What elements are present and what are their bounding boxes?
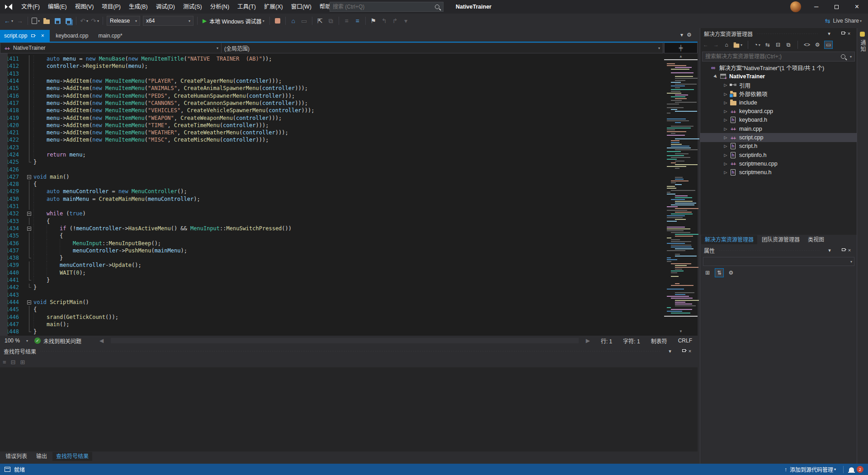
fold-margin[interactable] <box>25 247 33 254</box>
fold-margin[interactable] <box>25 107 33 114</box>
fold-margin[interactable] <box>25 313 33 320</box>
tabs-indicator[interactable]: 制表符 <box>646 337 673 345</box>
tree-item--NativeTrainer-1-1-[interactable]: ∞解决方案"NativeTrainer"(1 个项目/共 1 个) <box>700 63 857 72</box>
fold-margin[interactable] <box>25 151 33 158</box>
minimize-button[interactable]: ─ <box>806 0 826 14</box>
tree-item-include[interactable]: ▷include <box>700 98 857 107</box>
notifications-bell-icon[interactable] <box>860 32 865 37</box>
close-tab-icon[interactable]: × <box>39 33 46 39</box>
notifications-bell-icon[interactable] <box>849 467 854 472</box>
scroll-up-icon[interactable]: ▲ <box>664 54 698 58</box>
save-all-button[interactable] <box>63 15 73 26</box>
fold-margin[interactable] <box>25 114 33 121</box>
window-position-dropdown-icon[interactable]: ▾ <box>826 247 834 253</box>
fold-margin[interactable] <box>25 239 33 247</box>
tree-item-keyboard.h[interactable]: ▷hkeyboard.h <box>700 116 857 124</box>
undo-button[interactable]: ↶▾ <box>79 15 89 26</box>
close-panel-icon[interactable]: × <box>845 31 853 36</box>
bottom-tab-输出[interactable]: 输出 <box>33 452 51 461</box>
menu-item-7[interactable]: 分析(N) <box>206 0 233 14</box>
tree-item-NativeTrainer[interactable]: ▶NativeTrainer <box>700 72 857 81</box>
expander-collapsed-icon[interactable]: ▷ <box>722 127 729 131</box>
se-view-code-icon[interactable]: <> <box>803 41 811 49</box>
expand-results-icon[interactable]: ⊞ <box>20 359 25 366</box>
zoom-level-combobox[interactable]: 100 % <box>0 337 25 344</box>
fold-margin[interactable] <box>25 129 33 136</box>
expander-collapsed-icon[interactable]: ▷ <box>722 118 729 122</box>
group-results-icon[interactable]: ≡ <box>3 359 6 366</box>
editor-split-grip[interactable]: ╪ <box>664 43 698 53</box>
fold-margin[interactable] <box>25 291 33 299</box>
se-switch-views-icon[interactable]: ▾ <box>733 41 742 49</box>
tree-item-script.cpp[interactable]: ▷++script.cpp <box>700 133 857 142</box>
solution-explorer-header[interactable]: 解决方案资源管理器 ▾ × <box>700 28 857 39</box>
menu-item-2[interactable]: 视图(V) <box>71 0 98 14</box>
se-collapse-all-icon[interactable]: ⊟ <box>774 41 782 49</box>
bookmark-prev-button[interactable]: ↰ <box>379 15 389 26</box>
find-symbol-results-header[interactable]: 查找符号结果 ▾ × <box>0 346 698 356</box>
panel-tab-类视图[interactable]: 类视图 <box>804 235 828 244</box>
fold-margin[interactable] <box>25 173 33 180</box>
document-tab-maincpp[interactable]: main.cpp* <box>94 30 126 42</box>
expander-collapsed-icon[interactable]: ▷ <box>722 100 729 105</box>
line-ending-indicator[interactable]: CRLF <box>673 337 698 344</box>
fold-margin[interactable] <box>25 122 33 129</box>
solution-explorer-search-box[interactable]: ▾ <box>702 52 855 62</box>
document-health-icon[interactable]: ✓ <box>34 337 41 344</box>
fold-margin[interactable] <box>25 62 33 70</box>
navigate-back-button[interactable]: ←▾ <box>3 15 14 26</box>
fold-margin[interactable] <box>25 100 33 107</box>
find-symbol-results-list[interactable] <box>0 367 698 451</box>
copy-tool-button[interactable]: ⧉ <box>326 15 336 26</box>
fold-margin[interactable] <box>25 276 33 284</box>
fold-margin[interactable] <box>25 232 33 239</box>
se-home-icon[interactable]: ⌂ <box>723 41 730 49</box>
menu-item-9[interactable]: 扩展(X) <box>260 0 287 14</box>
fold-margin[interactable] <box>25 299 33 306</box>
properties-header[interactable]: 属性 ▾ × <box>700 245 857 256</box>
document-tab-keyboardcpp[interactable]: keyboard.cpp <box>52 30 92 42</box>
fold-margin[interactable] <box>25 136 33 143</box>
intellitrace-home-button[interactable]: ⌂ <box>288 15 298 26</box>
tree-item--[interactable]: ▷外部依赖项 <box>700 90 857 98</box>
add-to-source-control-button[interactable]: ↑ 添加到源代码管理 ▾ <box>780 464 840 475</box>
expander-collapsed-icon[interactable]: ▷ <box>722 144 729 148</box>
se-back-icon[interactable]: ← <box>702 41 709 49</box>
properties-grid[interactable] <box>700 278 857 464</box>
attach-to-process-button[interactable] <box>273 15 283 26</box>
breakpoint-margin[interactable] <box>0 53 8 336</box>
bookmark-button[interactable]: ⚑ <box>368 15 378 26</box>
menu-item-5[interactable]: 调试(D) <box>152 0 179 14</box>
fold-margin[interactable] <box>25 321 33 328</box>
minimap-scrollbar[interactable]: ▲ ▼ <box>664 53 698 336</box>
fold-margin[interactable] <box>25 55 33 62</box>
line-indicator[interactable]: 行: 1 <box>595 337 618 345</box>
tree-item-scriptinfo.h[interactable]: ▷hscriptinfo.h <box>700 151 857 159</box>
fold-margin[interactable] <box>25 77 33 85</box>
configuration-combobox[interactable]: Release▾ <box>107 16 140 26</box>
quick-search-input[interactable] <box>330 4 435 10</box>
fold-margin[interactable] <box>25 269 33 276</box>
expander-collapsed-icon[interactable]: ▷ <box>722 170 729 175</box>
expander-collapsed-icon[interactable]: ▷ <box>722 109 729 114</box>
expander-collapsed-icon[interactable]: ▷ <box>722 162 729 166</box>
se-pending-changes-filter-icon[interactable]: ◔▾ <box>754 41 761 49</box>
window-position-dropdown-icon[interactable]: ▾ <box>666 348 674 354</box>
start-debugging-button[interactable]: ▶ 本地 Windows 调试器 ▾ <box>200 15 267 26</box>
step-commands-button[interactable]: ▭ <box>299 15 309 26</box>
tree-item-keyboard.cpp[interactable]: ▷++keyboard.cpp <box>700 107 857 115</box>
expander-expanded-icon[interactable]: ▶ <box>712 74 719 79</box>
close-button[interactable]: × <box>847 0 867 14</box>
collapse-box-icon[interactable] <box>27 227 31 231</box>
indent-button[interactable]: ≡ <box>342 15 352 26</box>
fold-margin[interactable] <box>25 195 33 203</box>
close-panel-icon[interactable]: × <box>845 247 854 253</box>
bookmark-next-button[interactable]: ↱ <box>390 15 400 26</box>
fold-margin[interactable] <box>25 210 33 217</box>
menu-item-1[interactable]: 编辑(E) <box>44 0 71 14</box>
menu-item-4[interactable]: 生成(B) <box>125 0 152 14</box>
comment-button[interactable]: ≡ <box>353 15 363 26</box>
menu-item-10[interactable]: 窗口(W) <box>287 0 316 14</box>
user-avatar[interactable] <box>790 1 801 12</box>
fold-margin[interactable] <box>25 328 33 335</box>
